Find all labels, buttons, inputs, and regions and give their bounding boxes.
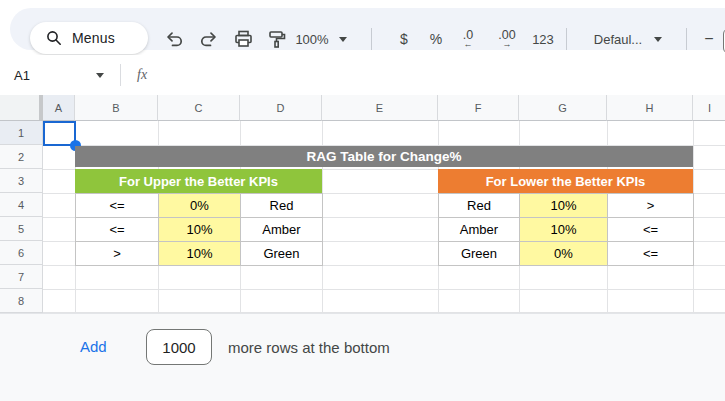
formula-bar-divider <box>120 64 121 86</box>
chevron-down-icon <box>654 37 662 42</box>
add-rows-suffix-label: more rows at the bottom <box>228 339 390 356</box>
row-header-3[interactable]: 3 <box>0 169 43 193</box>
column-header-a[interactable]: A <box>43 95 75 121</box>
toolbar-divider <box>371 28 372 50</box>
table-cell[interactable]: 10% <box>159 218 241 242</box>
row-header-4[interactable]: 4 <box>0 193 43 217</box>
select-all-corner[interactable] <box>0 95 43 121</box>
toolbar-divider <box>566 28 567 50</box>
format-percent-button[interactable]: % <box>422 25 450 53</box>
column-header-d[interactable]: D <box>240 95 322 121</box>
table-cell[interactable]: Green <box>439 242 520 266</box>
table-cell[interactable]: > <box>76 242 159 266</box>
column-header-g[interactable]: G <box>519 95 607 121</box>
fx-icon[interactable]: fx <box>137 67 147 83</box>
print-icon <box>234 30 253 48</box>
name-box[interactable]: A1 <box>14 68 94 83</box>
print-button[interactable] <box>226 25 260 53</box>
rows-count-input[interactable] <box>146 329 212 365</box>
column-header-f[interactable]: F <box>438 95 519 121</box>
name-box-chevron-icon[interactable] <box>96 73 104 78</box>
add-rows-button[interactable]: Add <box>80 338 107 355</box>
add-rows-panel: Add more rows at the bottom <box>0 313 725 401</box>
formula-bar: A1 fx <box>0 55 725 95</box>
table-cell[interactable]: 0% <box>520 242 608 266</box>
table-cell[interactable]: <= <box>76 194 159 218</box>
google-sheets-app: Menus <box>0 0 725 401</box>
row-header-1[interactable]: 1 <box>0 121 43 145</box>
table-cell[interactable]: <= <box>608 218 694 242</box>
menus-search[interactable]: Menus <box>30 22 148 54</box>
increase-decimal-button[interactable]: .00 → <box>491 25 523 53</box>
decrease-decimal-icon: .0 ← <box>463 29 473 50</box>
table-cell[interactable]: <= <box>76 218 159 242</box>
paint-roller-icon <box>267 30 287 49</box>
table-cell[interactable]: 10% <box>520 218 608 242</box>
table-cell[interactable]: 10% <box>520 194 608 218</box>
row-header-6[interactable]: 6 <box>0 241 43 265</box>
decrease-font-size-button[interactable]: − <box>698 25 720 53</box>
table-cell[interactable]: <= <box>608 242 694 266</box>
format-currency-button[interactable]: $ <box>390 25 418 53</box>
table-cell[interactable]: Amber <box>439 218 520 242</box>
column-header-e[interactable]: E <box>322 95 438 121</box>
search-icon <box>46 30 62 46</box>
table-cell[interactable]: Red <box>439 194 520 218</box>
table-cell[interactable]: 10% <box>159 242 241 266</box>
table-cell[interactable]: Amber <box>241 218 323 242</box>
undo-button[interactable] <box>158 25 190 53</box>
column-header-b[interactable]: B <box>75 95 158 121</box>
redo-button[interactable] <box>193 25 225 53</box>
font-name: Defaul... <box>594 32 642 47</box>
zoom-control[interactable]: 100% <box>288 25 354 53</box>
column-header-i[interactable]: I <box>693 95 725 121</box>
zoom-value: 100% <box>295 32 328 47</box>
column-header-h[interactable]: H <box>607 95 693 121</box>
cells-area[interactable]: RAG Table for Change% For Upper the Bett… <box>43 121 725 313</box>
row-header-5[interactable]: 5 <box>0 217 43 241</box>
column-headers: A B C D E F G H I <box>0 95 725 121</box>
toolbar-divider <box>686 28 687 50</box>
lower-better-header[interactable]: For Lower the Better KPIs <box>438 169 693 193</box>
menus-label: Menus <box>72 30 115 46</box>
row-header-7[interactable]: 7 <box>0 265 43 289</box>
chevron-down-icon <box>339 37 347 42</box>
lower-better-table: Red 10% > Amber 10% <= Green 0% <= <box>438 193 694 266</box>
font-selector[interactable]: Defaul... <box>578 25 678 53</box>
undo-icon <box>164 30 184 48</box>
decrease-decimal-button[interactable]: .0 ← <box>453 25 483 53</box>
table-cell[interactable]: Red <box>241 194 323 218</box>
table-cell[interactable]: > <box>608 194 694 218</box>
row-header-2[interactable]: 2 <box>0 145 43 169</box>
redo-icon <box>199 30 219 48</box>
upper-better-header[interactable]: For Upper the Better KPIs <box>75 169 322 193</box>
upper-better-table: <= 0% Red <= 10% Amber > 10% Green <box>75 193 323 266</box>
increase-decimal-icon: .00 → <box>498 29 515 50</box>
table-cell[interactable]: Green <box>241 242 323 266</box>
column-header-c[interactable]: C <box>158 95 240 121</box>
toolbar: Menus <box>0 0 725 55</box>
toolbar-strip: Menus <box>10 8 725 50</box>
row-header-8[interactable]: 8 <box>0 289 43 313</box>
table-cell[interactable]: 0% <box>159 194 241 218</box>
more-formats-button[interactable]: 123 <box>528 25 558 53</box>
row-headers: 1 2 3 4 5 6 7 8 <box>0 121 43 313</box>
spreadsheet-grid: A B C D E F G H I 1 2 3 4 5 6 7 8 <box>0 95 725 313</box>
rag-table-title[interactable]: RAG Table for Change% <box>75 146 693 167</box>
